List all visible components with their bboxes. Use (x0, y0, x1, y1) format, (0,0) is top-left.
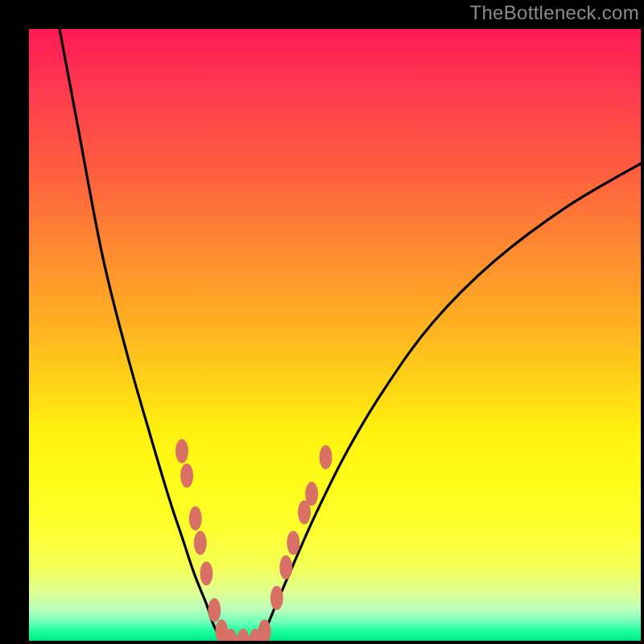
data-marker (189, 506, 202, 530)
data-marker (200, 561, 213, 585)
data-marker (305, 482, 318, 506)
data-marker (287, 530, 299, 555)
data-marker (208, 598, 221, 622)
plot-area (29, 29, 641, 641)
curve-layer (60, 29, 641, 641)
data-marker (320, 445, 332, 469)
data-marker (279, 555, 292, 580)
data-marker (237, 629, 250, 641)
marker-layer (175, 439, 332, 641)
data-marker (180, 464, 193, 488)
data-marker (270, 586, 283, 610)
data-marker (175, 439, 188, 463)
chart-svg (29, 29, 641, 641)
series-right-curve (262, 163, 641, 641)
chart-frame: TheBottleneck.com (0, 0, 644, 644)
watermark-text: TheBottleneck.com (469, 2, 639, 24)
data-marker (194, 530, 207, 555)
